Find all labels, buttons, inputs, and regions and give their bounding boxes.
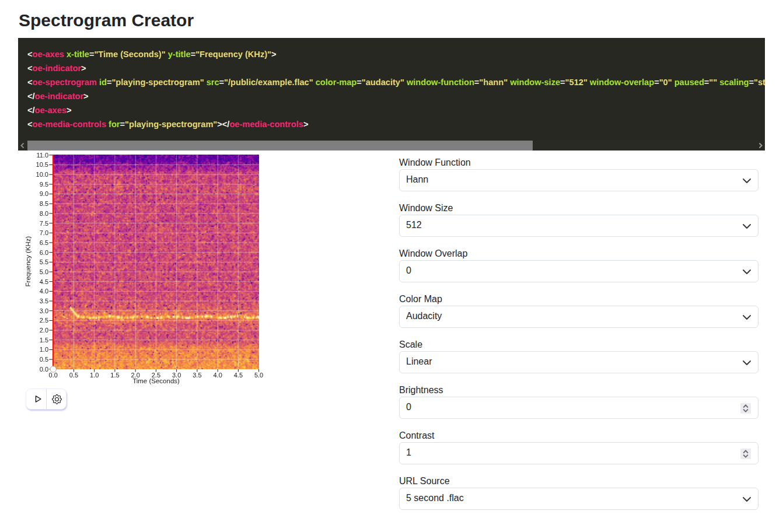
svg-text:4.0: 4.0 (40, 288, 48, 295)
svg-text:4.5: 4.5 (40, 278, 48, 285)
svg-text:8.5: 8.5 (40, 200, 48, 207)
svg-text:5.0: 5.0 (254, 372, 263, 379)
svg-text:5.5: 5.5 (40, 258, 48, 265)
svg-text:Time (Seconds): Time (Seconds) (132, 377, 180, 384)
svg-text:0.5: 0.5 (40, 356, 48, 363)
svg-text:5.0: 5.0 (40, 268, 48, 275)
svg-text:1.5: 1.5 (110, 372, 119, 379)
svg-text:3.0: 3.0 (40, 307, 48, 314)
svg-text:10.0: 10.0 (36, 171, 48, 178)
svg-text:2.5: 2.5 (40, 317, 48, 324)
svg-text:3.5: 3.5 (40, 298, 48, 304)
svg-text:0.5: 0.5 (69, 372, 78, 379)
svg-text:8.0: 8.0 (40, 210, 48, 217)
svg-text:Frequency (KHz): Frequency (KHz) (25, 236, 32, 286)
svg-text:9.5: 9.5 (40, 181, 48, 188)
svg-text:7.5: 7.5 (40, 220, 48, 227)
svg-text:0.0: 0.0 (40, 366, 48, 373)
svg-text:4.5: 4.5 (234, 372, 243, 379)
svg-text:1.0: 1.0 (40, 346, 48, 353)
svg-text:1.5: 1.5 (40, 337, 48, 344)
svg-text:2.0: 2.0 (40, 327, 48, 334)
svg-text:6.5: 6.5 (40, 239, 48, 246)
svg-text:11.0: 11.0 (36, 152, 48, 159)
svg-text:4.0: 4.0 (213, 372, 222, 379)
svg-text:9.0: 9.0 (40, 190, 48, 197)
svg-text:6.0: 6.0 (40, 249, 48, 256)
svg-text:1.0: 1.0 (90, 372, 99, 379)
svg-text:10.5: 10.5 (36, 161, 48, 168)
svg-text:7.0: 7.0 (40, 229, 48, 236)
svg-text:3.5: 3.5 (193, 372, 201, 379)
